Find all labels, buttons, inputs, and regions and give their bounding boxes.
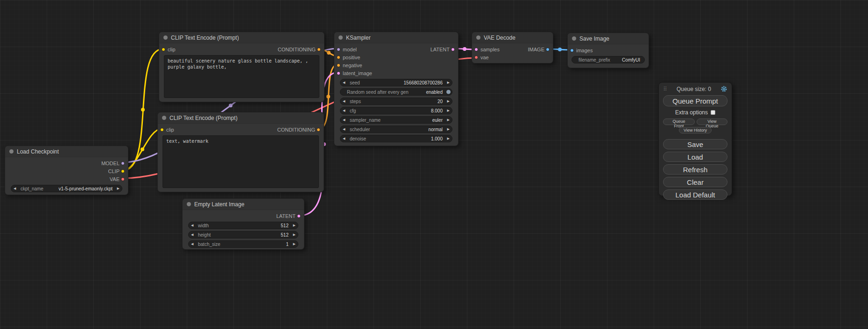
increment-arrow-icon[interactable]: ▶ [114,185,120,192]
increment-arrow-icon[interactable]: ▶ [445,117,450,123]
denoise-widget[interactable]: ◀ denoise 1.000 ▶ [340,135,452,142]
positive-prompt-textarea[interactable]: beautiful scenery nature glass bottle la… [164,55,319,98]
clip-output-slot[interactable] [121,169,125,173]
latent-output-slot[interactable] [451,48,455,51]
widget-label: batch_size [196,242,286,247]
decrement-arrow-icon[interactable]: ◀ [343,135,348,142]
increment-arrow-icon[interactable]: ▶ [290,241,296,247]
extra-options-checkbox[interactable] [711,110,715,115]
batch-size-widget[interactable]: ◀ batch_size 1 ▶ [188,240,298,248]
clear-button[interactable]: Clear [663,177,727,187]
save-button[interactable]: Save [663,139,727,149]
slot-row: MODEL [5,159,128,167]
input-label-clip: clip [168,47,176,52]
increment-arrow-icon[interactable]: ▶ [290,222,296,229]
node-title-bar[interactable]: Save Image [568,33,649,44]
latent-image-input-slot[interactable] [337,71,340,75]
samples-input-slot[interactable] [474,48,478,51]
node-title-bar[interactable]: VAE Decode [472,32,553,43]
wire-midpoint-dot [327,51,331,55]
load-button[interactable]: Load [663,152,727,162]
view-history-button[interactable]: View History [679,127,712,133]
settings-gear-icon[interactable] [720,85,727,92]
output-label-vae: VAE [110,176,120,182]
slot-row: VAE [5,175,128,183]
node-title-bar[interactable]: CLIP Text Encode (Prompt) [159,32,324,43]
increment-arrow-icon[interactable]: ▶ [445,135,450,142]
node-graph-canvas[interactable]: Load Checkpoint MODEL CLIP VAE ◀ ckpt_na… [0,0,868,329]
model-input-slot[interactable] [337,48,340,51]
conditioning-output-slot[interactable] [317,48,321,51]
decrement-arrow-icon[interactable]: ◀ [343,107,348,114]
latent-output-slot[interactable] [297,214,301,218]
increment-arrow-icon[interactable]: ▶ [445,107,450,114]
node-title-bar[interactable]: Load Checkpoint [5,146,128,157]
decrement-arrow-icon[interactable]: ◀ [343,126,348,133]
collapse-dot-icon[interactable] [9,149,14,154]
input-label-clip: clip [166,127,174,133]
image-output-slot[interactable] [546,48,550,51]
height-widget[interactable]: ◀ height 512 ▶ [188,231,298,238]
decrement-arrow-icon[interactable]: ◀ [191,241,196,247]
steps-widget[interactable]: ◀ steps 20 ▶ [340,98,452,105]
wire-midpoint-dot [229,104,233,107]
slot-row: CLIP [5,167,128,175]
output-label-conditioning: CONDITIONING [277,127,315,133]
increment-arrow-icon[interactable]: ▶ [445,126,450,133]
negative-input-slot[interactable] [337,63,340,67]
clip-input-slot[interactable] [162,48,165,51]
collapse-dot-icon[interactable] [187,202,191,206]
scheduler-widget[interactable]: ◀ scheduler normal ▶ [340,126,452,133]
width-widget[interactable]: ◀ width 512 ▶ [188,222,298,229]
view-queue-button[interactable]: View Queue [697,119,727,125]
decrement-arrow-icon[interactable]: ◀ [14,185,19,192]
widget-label: denoise [348,136,431,141]
node-vae-decode[interactable]: VAE Decode samples IMAGE vae [472,32,553,63]
node-load-checkpoint[interactable]: Load Checkpoint MODEL CLIP VAE ◀ ckpt_na… [5,146,128,195]
clip-input-slot[interactable] [160,128,164,132]
node-title-bar[interactable]: Empty Latent Image [183,199,304,210]
node-title: Load Checkpoint [17,148,59,155]
decrement-arrow-icon[interactable]: ◀ [343,117,348,123]
increment-arrow-icon[interactable]: ▶ [445,98,450,105]
collapse-dot-icon[interactable] [476,35,480,40]
seed-widget[interactable]: ◀ seed 156680208700286 ▶ [340,79,452,86]
node-clip-text-encode-negative[interactable]: CLIP Text Encode (Prompt) clip CONDITION… [157,112,324,192]
random-seed-toggle-widget[interactable]: Random seed after every gen enabled [340,88,452,96]
toggle-knob[interactable] [446,90,451,95]
increment-arrow-icon[interactable]: ▶ [290,231,296,238]
slot-row: negative [334,61,458,69]
decrement-arrow-icon[interactable]: ◀ [191,231,196,238]
decrement-arrow-icon[interactable]: ◀ [191,222,196,229]
collapse-dot-icon[interactable] [162,116,166,120]
collapse-dot-icon[interactable] [339,35,343,40]
collapse-dot-icon[interactable] [572,36,576,41]
vae-output-slot[interactable] [121,177,125,181]
positive-input-slot[interactable] [337,56,340,59]
node-title-bar[interactable]: KSampler [334,32,458,43]
decrement-arrow-icon[interactable]: ◀ [343,98,348,105]
ckpt-name-widget[interactable]: ◀ ckpt_name v1-5-pruned-emaonly.ckpt ▶ [11,185,122,192]
collapse-dot-icon[interactable] [163,35,168,40]
increment-arrow-icon[interactable]: ▶ [445,79,450,86]
node-clip-text-encode-positive[interactable]: CLIP Text Encode (Prompt) clip CONDITION… [159,32,325,102]
conditioning-output-slot[interactable] [317,128,320,132]
model-output-slot[interactable] [121,161,125,165]
queue-front-button[interactable]: Queue Front [663,119,695,125]
refresh-button[interactable]: Refresh [663,164,727,175]
slot-row: samples IMAGE [472,45,553,53]
filename-prefix-widget[interactable]: filename_prefix ComfyUI [572,56,645,63]
cfg-widget[interactable]: ◀ cfg 8.000 ▶ [340,107,452,114]
node-empty-latent-image[interactable]: Empty Latent Image LATENT ◀ width 512 ▶ … [182,198,304,250]
sampler-name-widget[interactable]: ◀ sampler_name euler ▶ [340,116,452,124]
negative-prompt-textarea[interactable]: text, watermark [162,135,319,188]
node-ksampler[interactable]: KSampler model LATENT positive negative … [334,32,459,146]
images-input-slot[interactable] [570,49,574,52]
decrement-arrow-icon[interactable]: ◀ [343,79,348,86]
queue-prompt-button[interactable]: Queue Prompt [663,95,727,106]
drag-handle-icon[interactable]: ⠿ [663,86,667,92]
vae-input-slot[interactable] [474,56,478,59]
node-title-bar[interactable]: CLIP Text Encode (Prompt) [158,112,324,124]
load-default-button[interactable]: Load Default [663,189,727,200]
node-save-image[interactable]: Save Image images filename_prefix ComfyU… [567,33,649,68]
